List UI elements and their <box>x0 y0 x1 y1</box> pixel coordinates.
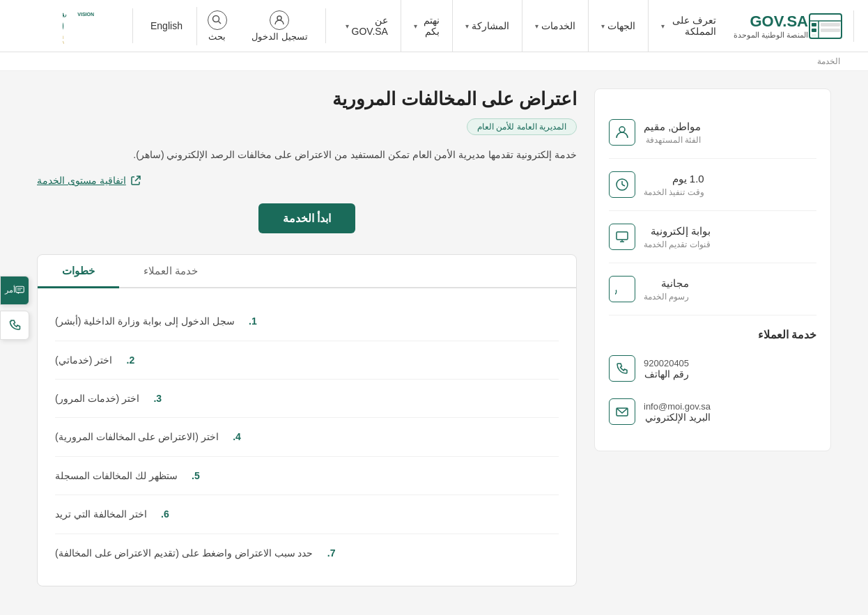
svg-text:VISION: VISION <box>77 12 94 17</box>
chevron-down-icon: ▾ <box>465 22 469 30</box>
step-6: 6. اختر المخالفة التي تريد <box>55 495 559 534</box>
channel-row: بوابة إلكترونية قنوات تقديم الخدمة <box>609 211 816 263</box>
svg-rect-5 <box>812 34 816 37</box>
nav-entities[interactable]: الجهات ▾ <box>588 0 648 52</box>
time-text: 1.0 يوم وقت تنفيذ الخدمة <box>644 173 704 197</box>
svg-text:KINGDOM OF SAUDI ARABIA: KINGDOM OF SAUDI ARABIA <box>63 40 65 45</box>
step-2: 2. اختر (خدماتي) <box>55 341 559 380</box>
user-icon <box>270 10 289 30</box>
chevron-down-icon: ▾ <box>414 22 417 30</box>
header-actions: تسجيل الدخول بحث English <box>140 7 318 45</box>
nav-about-govsa[interactable]: عن GOV.SA ▾ <box>333 0 401 52</box>
search-button[interactable]: بحث <box>196 7 238 45</box>
phone-icon <box>609 355 635 382</box>
start-service-button[interactable]: ابدأ الخدمة <box>258 203 355 233</box>
phone-float-icon <box>8 319 21 332</box>
svg-line-10 <box>219 22 222 24</box>
login-button[interactable]: تسجيل الدخول <box>241 7 318 45</box>
phone-row: 920020405 رقم الهاتف <box>609 347 816 390</box>
time-row: 1.0 يوم وقت تنفيذ الخدمة <box>609 159 816 211</box>
phone-label: رقم الهاتف <box>644 368 689 380</box>
target-label: الفئة المستهدفة <box>644 135 701 145</box>
steps-list: 1. سجل الدخول إلى بوابة وزارة الداخلية (… <box>55 302 559 572</box>
fee-row: مجانية رسوم الخدمة ﷼ <box>609 263 816 316</box>
govsa-title: GOV.SA <box>734 13 808 31</box>
step-1: 1. سجل الدخول إلى بوابة وزارة الداخلية (… <box>55 302 559 341</box>
fee-value: مجانية <box>644 277 689 290</box>
sidebar: مواطن, مقيم الفئة المستهدفة 1.0 يوم وقت … <box>594 88 831 451</box>
step-5: 5. ستظهر لك المخالفات المسجلة <box>55 457 559 495</box>
step-4: 4. اختر (الاعتراض على المخالفات المرورية… <box>55 418 559 456</box>
channel-label: قنوات تقديم الخدمة <box>644 240 711 249</box>
monitor-icon <box>609 224 635 250</box>
email-text: info@moi.gov.sa البريد الإلكتروني <box>644 401 711 423</box>
main-container: مواطن, مقيم الفئة المستهدفة 1.0 يوم وقت … <box>16 71 852 604</box>
target-audience-text: مواطن, مقيم الفئة المستهدفة <box>644 120 701 145</box>
vision-logo: رؤية VISION 2030 المملكة العربية السعودي… <box>14 7 125 45</box>
svg-point-16 <box>619 127 625 132</box>
nav-about-ksa[interactable]: تعرف على المملكة ▾ <box>648 0 729 52</box>
main-nav: تعرف على المملكة ▾ الجهات ▾ الخدمات ▾ ال… <box>333 0 729 52</box>
nav-services[interactable]: الخدمات ▾ <box>522 0 588 52</box>
email-label: البريد الإلكتروني <box>644 412 711 423</box>
target-audience-row: مواطن, مقيم الفئة المستهدفة <box>609 107 816 159</box>
svg-rect-25 <box>16 286 24 293</box>
step-3: 3. اختر (خدمات المرور) <box>55 380 559 418</box>
tab-content-steps: 1. سجل الدخول إلى بوابة وزارة الداخلية (… <box>38 288 576 586</box>
svg-rect-20 <box>617 232 628 240</box>
customer-service-title: خدمة العملاء <box>609 316 816 347</box>
search-icon <box>208 10 227 30</box>
svg-point-9 <box>213 16 219 22</box>
chevron-down-icon: ▾ <box>346 22 349 30</box>
tabs-container: خطوات خدمة العملاء 1. سجل الدخول إلى بوا… <box>37 254 577 586</box>
nav-divider-2 <box>132 8 133 43</box>
phone-value: 920020405 <box>644 358 689 368</box>
target-value: مواطن, مقيم <box>644 120 701 133</box>
sla-link[interactable]: اتفاقية مستوى الخدمة <box>37 175 577 186</box>
email-icon <box>609 398 635 425</box>
email-row: info@moi.gov.sa البريد الإلكتروني <box>609 390 816 433</box>
fee-text: مجانية رسوم الخدمة <box>644 277 689 302</box>
chevron-down-icon: ▾ <box>661 22 665 30</box>
tabs-header: خطوات خدمة العملاء <box>38 255 576 288</box>
nav-participation[interactable]: المشاركة ▾ <box>452 0 522 52</box>
user-icon <box>609 119 635 146</box>
svg-text:2030: 2030 <box>63 17 64 35</box>
phone-float-button[interactable] <box>0 311 29 340</box>
chevron-down-icon: ▾ <box>535 22 538 30</box>
chat-icon <box>15 284 24 297</box>
nav-care[interactable]: نهتم بكم ▾ <box>401 0 452 52</box>
money-icon: ﷼ <box>609 276 635 302</box>
govsa-icon <box>808 10 843 42</box>
tab-customer-service[interactable]: خدمة العملاء <box>119 255 222 287</box>
content-area: اعتراض على المخالفات المرورية المديرية ا… <box>37 88 577 586</box>
svg-line-19 <box>622 185 625 186</box>
svg-text:رؤية: رؤية <box>63 12 67 17</box>
channel-text: بوابة إلكترونية قنوات تقديم الخدمة <box>644 225 711 249</box>
tab-steps[interactable]: خطوات <box>38 255 119 287</box>
external-link-icon <box>130 175 141 186</box>
svg-point-8 <box>277 16 281 20</box>
phone-text: 920020405 رقم الهاتف <box>644 358 689 380</box>
service-title: اعتراض على المخالفات المرورية <box>37 88 577 110</box>
channel-value: بوابة إلكترونية <box>644 225 711 238</box>
govsa-subtitle: المنصة الوطنية الموحدة <box>734 31 808 40</box>
fee-label: رسوم الخدمة <box>644 292 689 302</box>
email-value: info@moi.gov.sa <box>644 401 711 412</box>
vision-2030-icon: رؤية VISION 2030 المملكة العربية السعودي… <box>63 7 125 45</box>
svg-rect-4 <box>812 29 816 32</box>
main-header: GOV.SA المنصة الوطنية الموحدة تعرف على ا… <box>0 0 868 52</box>
step-7: 7. حدد سبب الاعتراض واضغط على (تقديم الا… <box>55 534 559 572</box>
service-badge: المديرية العامة للأمن العام <box>467 118 577 135</box>
service-description: خدمة إلكترونية تقدمها مديرية الأمن العام… <box>37 146 577 164</box>
svg-rect-3 <box>812 23 816 26</box>
time-value: 1.0 يوم <box>644 173 704 185</box>
breadcrumb: الخدمة <box>0 52 868 71</box>
english-toggle[interactable]: English <box>140 17 193 35</box>
nav-divider <box>325 8 326 43</box>
svg-text:المملكة العربية السعودية: المملكة العربية السعودية <box>63 36 64 40</box>
svg-rect-6 <box>821 23 840 26</box>
chevron-down-icon: ▾ <box>601 22 605 30</box>
svg-rect-7 <box>821 29 840 32</box>
chat-button[interactable]: أمر <box>0 276 29 305</box>
